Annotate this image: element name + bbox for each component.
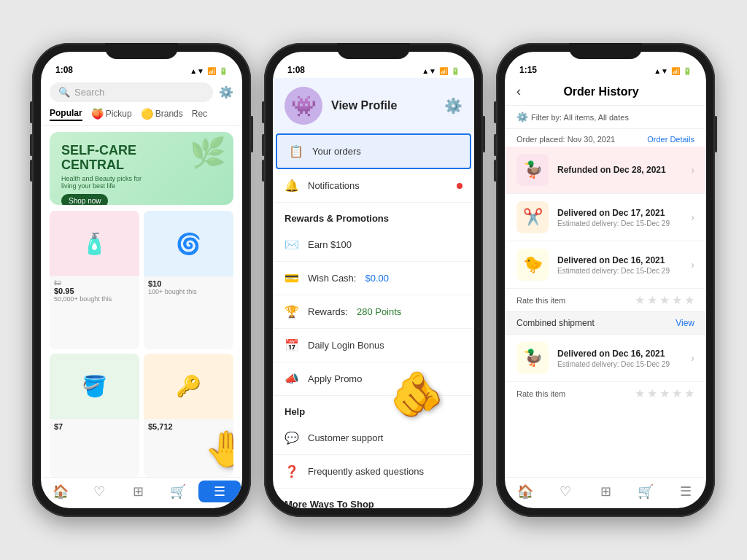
signal-icon: ▲▼ [190,67,204,75]
notch-1 [105,43,178,59]
view-profile-button[interactable]: View Profile [331,99,444,112]
menu-item-rewards[interactable]: 🏆 Rewards: 280 Points [273,295,474,329]
product-image-1: 🌀 [144,211,233,276]
search-input[interactable]: 🔍 Search [50,82,213,102]
notifications-label: Notifications [308,180,360,191]
product-price-1: $10 [148,279,229,288]
search-bar: 🔍 Search ⚙️ [41,78,242,106]
nav-menu-1[interactable]: ☰ [198,481,241,502]
order-status-0: Refunded on Dec 28, 2021 [557,165,682,175]
star-6[interactable]: ★ [635,386,645,400]
order-status-1: Delivered on Dec 17, 2021 [557,208,682,218]
profile-header: 👾 View Profile ⚙️ [273,78,474,133]
nav-explore-3[interactable]: ⊞ [585,483,625,499]
filter-icon[interactable]: ⚙️ [219,85,233,99]
search-placeholder: Search [74,87,104,98]
filter-toggle-icon: ⚙️ [516,112,528,122]
avatar: 👾 [285,87,322,125]
star-7[interactable]: ★ [647,386,657,400]
rewards-icon: 🏆 [285,305,299,319]
order-details-link[interactable]: Order Details [647,135,694,144]
nav-cart-3[interactable]: 🛒 [626,483,666,499]
product-sold-1: 100+ bought this [148,288,229,295]
star-8[interactable]: ★ [659,386,670,400]
order-placed-date: Order placed: Nov 30, 2021 [516,135,615,144]
filter-bar[interactable]: ⚙️ Filter by: All items, All dates [505,106,706,129]
support-icon: 💬 [285,431,299,445]
time-3: 1:15 [519,65,537,75]
product-card-0[interactable]: 🧴 $2 $0.95 50,000+ bought this [50,211,139,349]
nav-home-3[interactable]: 🏠 [505,483,545,499]
menu-item-support[interactable]: 💬 Customer support [273,421,474,455]
order-status-3: Delivered on Dec 16, 2021 [557,349,682,359]
order-info-3: Delivered on Dec 16, 2021 Estimated deli… [557,349,682,368]
shop-now-button[interactable]: Shop now [61,194,108,205]
menu-icon-1: ☰ [214,483,225,499]
notch-3 [569,43,642,59]
nav-wishlist-3[interactable]: ♡ [545,483,585,499]
nav-home-1[interactable]: 🏠 [41,483,80,499]
order-arrow-3: › [691,352,694,364]
order-item-dec16-b[interactable]: 🦆 Delivered on Dec 16, 2021 Estimated de… [505,335,706,382]
order-history-header: ‹ Order History [505,78,706,106]
status-icons-1: ▲▼ 📶 🔋 [190,67,228,75]
combined-view-link[interactable]: View [676,318,694,328]
promo-banner: SELF-CARECENTRAL Health and Beauty picks… [50,132,233,205]
nav-menu-3[interactable]: ☰ [666,483,706,499]
menu-item-earn[interactable]: ✉️ Earn $100 [273,228,474,262]
order-item-refunded[interactable]: 🦆 Refunded on Dec 28, 2021 › [505,147,706,194]
tab-brands[interactable]: 🟡 Brands [141,106,183,121]
menu-item-daily[interactable]: 📅 Daily Login Bonus [273,329,474,362]
star-2[interactable]: ★ [647,293,657,307]
product-card-2[interactable]: 🪣 $7 [50,354,139,478]
faq-icon: ❓ [285,464,299,478]
phone2-screen: 👾 View Profile ⚙️ 📋 Your orders 🔔 Notifi… [273,78,474,508]
star-4[interactable]: ★ [672,293,682,307]
menu-item-faq[interactable]: ❓ Frequently asked questions [273,455,474,489]
heart-icon-1: ♡ [93,483,105,499]
product-card-1[interactable]: 🌀 $10 100+ bought this [144,211,233,349]
time-1: 1:08 [55,65,73,75]
settings-icon[interactable]: ⚙️ [444,97,462,114]
product-info-2: $7 [50,419,139,434]
star-10[interactable]: ★ [684,386,694,400]
product-image-2: 🪣 [50,354,139,419]
star-5[interactable]: ★ [684,293,694,307]
status-icons-3: ▲▼ 📶 🔋 [654,67,692,75]
order-item-dec16-a[interactable]: 🐤 Delivered on Dec 16, 2021 Estimated de… [505,241,706,289]
signal-icon-3: ▲▼ [654,67,668,75]
star-1[interactable]: ★ [635,293,645,307]
product-card-3[interactable]: 🔑 $5,712 🤚 [144,354,233,478]
stars-1[interactable]: ★ ★ ★ ★ ★ [635,293,694,307]
tab-pickup[interactable]: 🍑 Pickup [91,106,132,121]
menu-item-wishcash[interactable]: 💳 Wish Cash: $0.00 [273,262,474,295]
menu-item-orders[interactable]: 📋 Your orders [276,133,471,169]
back-button[interactable]: ‹ [516,84,521,99]
star-9[interactable]: ★ [672,386,682,400]
order-thumb-3: 🦆 [516,342,549,374]
nav-wishlist-1[interactable]: ♡ [80,483,120,499]
earn-label: Earn $100 [308,239,352,250]
tab-popular[interactable]: Popular [50,106,82,121]
orders-label: Your orders [312,146,361,157]
product-original-0: $2 [54,279,135,287]
daily-label: Daily Login Bonus [308,340,384,351]
grid-icon-1: ⊞ [133,483,144,499]
filter-text: Filter by: All items, All dates [531,113,629,122]
star-3[interactable]: ★ [659,293,670,307]
order-item-dec17[interactable]: ✂️ Delivered on Dec 17, 2021 Estimated d… [505,194,706,241]
stars-2[interactable]: ★ ★ ★ ★ ★ [635,386,694,400]
order-arrow-1: › [691,211,694,223]
order-info-0: Refunded on Dec 28, 2021 [557,165,682,175]
phone3-screen: ‹ Order History ⚙️ Filter by: All items,… [505,78,706,508]
order-thumb-0: 🦆 [516,154,549,186]
nav-explore-1[interactable]: ⊞ [119,483,158,499]
order-date-header-1: Order placed: Nov 30, 2021 Order Details [505,129,706,147]
menu-item-notifications[interactable]: 🔔 Notifications [273,169,474,203]
tab-rec[interactable]: Rec [192,106,207,121]
nav-cart-1[interactable]: 🛒 [158,483,198,499]
menu-icon-3: ☰ [680,483,692,499]
phone-2: 1:08 ▲▼ 📶 🔋 👾 View Profile ⚙️ 📋 Your ord… [264,43,483,517]
orders-icon: 📋 [289,144,303,158]
cart-icon-1: 🛒 [170,483,186,499]
